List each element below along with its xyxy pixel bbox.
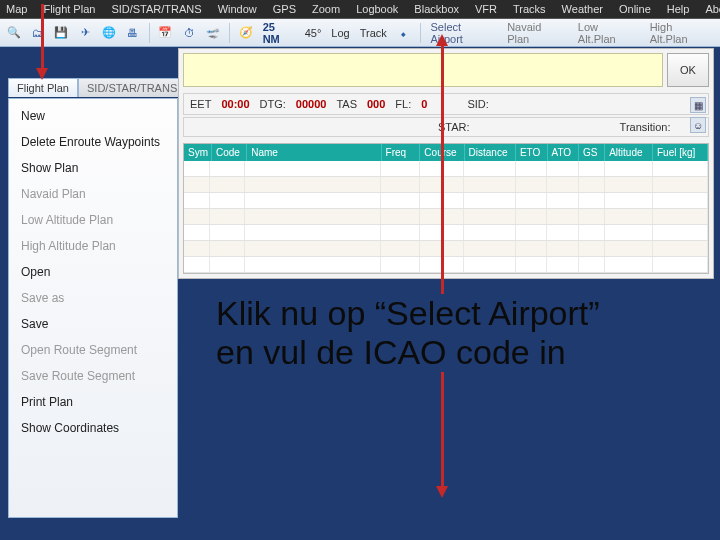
menu-blackbox[interactable]: Blackbox (410, 2, 463, 16)
airport-search-input[interactable] (183, 53, 663, 87)
work-pane: OK EET 00:00 DTG: 00000 TAS 000 FL: 0 SI… (178, 48, 714, 279)
tabs: Flight Plan SID/STAR/TRANS (8, 78, 186, 97)
eet-label: EET (190, 98, 211, 110)
sidebar-item-high-alt[interactable]: High Altitude Plan (9, 233, 177, 259)
menu-logbook[interactable]: Logbook (352, 2, 402, 16)
sidebar-item-open[interactable]: Open (9, 259, 177, 285)
person-icon[interactable]: ☺ (690, 117, 706, 133)
separator-icon (420, 23, 421, 43)
col-sym[interactable]: Sym (184, 144, 212, 161)
eet-value: 00:00 (221, 98, 249, 110)
calendar-icon[interactable]: 📅 (156, 23, 176, 43)
menu-tracks[interactable]: Tracks (509, 2, 550, 16)
waypoint-grid: Sym Code Name Freq Course Distance ETO A… (183, 143, 709, 274)
map-icon[interactable]: ▦ (690, 97, 706, 113)
sidebar-item-open-route[interactable]: Open Route Segment (9, 337, 177, 363)
tab-flight-plan[interactable]: Flight Plan (8, 78, 78, 97)
side-tools: ▦ ☺ (690, 94, 708, 136)
search-icon[interactable]: 🔍 (4, 23, 24, 43)
scale-label: 25 NM (260, 21, 298, 45)
high-alt-plan-link[interactable]: High Alt.Plan (646, 21, 716, 45)
table-row[interactable] (184, 177, 708, 193)
transition-label: Transition: (620, 121, 671, 133)
menu-map[interactable]: Map (2, 2, 31, 16)
table-row[interactable] (184, 209, 708, 225)
annotation-arrow-icon (441, 372, 444, 488)
sidebar-item-low-alt[interactable]: Low Altitude Plan (9, 207, 177, 233)
separator-icon (149, 23, 150, 43)
fl-value: 0 (421, 98, 427, 110)
menu-zoom[interactable]: Zoom (308, 2, 344, 16)
grid-header: Sym Code Name Freq Course Distance ETO A… (184, 144, 708, 161)
log-label[interactable]: Log (328, 27, 352, 39)
col-fuel[interactable]: Fuel [kg] (653, 144, 708, 161)
callout-line1: Klik nu op “Select Airport” (216, 294, 716, 333)
time-icon[interactable]: ⏱ (179, 23, 199, 43)
track-label[interactable]: Track (357, 27, 390, 39)
fl-label: FL: (395, 98, 411, 110)
dtg-value: 00000 (296, 98, 327, 110)
table-row[interactable] (184, 257, 708, 273)
table-row[interactable] (184, 161, 708, 177)
separator-icon (229, 23, 230, 43)
sidebar-item-coordinates[interactable]: Show Coordinates (9, 415, 177, 441)
layers-icon[interactable]: 🗂 (28, 23, 48, 43)
sidebar-item-save-as[interactable]: Save as (9, 285, 177, 311)
col-gs[interactable]: GS (579, 144, 605, 161)
table-row[interactable] (184, 193, 708, 209)
sidebar-item-navaid-plan[interactable]: Navaid Plan (9, 181, 177, 207)
sidebar: New Delete Enroute Waypoints Show Plan N… (8, 98, 178, 518)
navaid-plan-link[interactable]: Navaid Plan (503, 21, 570, 45)
print-icon[interactable]: 🖶 (123, 23, 143, 43)
flight-info-row: EET 00:00 DTG: 00000 TAS 000 FL: 0 SID: … (183, 93, 709, 115)
dtg-label: DTG: (260, 98, 286, 110)
table-row[interactable] (184, 225, 708, 241)
annotation-arrow-icon (441, 44, 444, 294)
menu-flightplan[interactable]: Flight Plan (39, 2, 99, 16)
waypoint-icon[interactable]: ⬥ (394, 23, 414, 43)
col-ato[interactable]: ATO (548, 144, 580, 161)
airport-icon[interactable]: 🛫 (203, 23, 223, 43)
ok-button[interactable]: OK (667, 53, 709, 87)
rotation-label: 45° (302, 27, 325, 39)
low-alt-plan-link[interactable]: Low Alt.Plan (574, 21, 642, 45)
sidebar-item-show-plan[interactable]: Show Plan (9, 155, 177, 181)
menu-weather[interactable]: Weather (558, 2, 607, 16)
tas-value: 000 (367, 98, 385, 110)
sidebar-item-new[interactable]: New (9, 103, 177, 129)
sidebar-item-print[interactable]: Print Plan (9, 389, 177, 415)
sid-label: SID: (467, 98, 488, 110)
menu-about[interactable]: About (701, 2, 720, 16)
globe-icon[interactable]: 🌐 (99, 23, 119, 43)
menu-online[interactable]: Online (615, 2, 655, 16)
save-icon[interactable]: 💾 (52, 23, 72, 43)
menu-gps[interactable]: GPS (269, 2, 300, 16)
toolbar: 🔍 🗂 💾 ✈ 🌐 🖶 📅 ⏱ 🛫 🧭 25 NM 45° Log Track … (0, 19, 720, 47)
col-altitude[interactable]: Altitude (605, 144, 653, 161)
menubar: Map Flight Plan SID/STAR/TRANS Window GP… (0, 0, 720, 19)
sidebar-item-delete-waypoints[interactable]: Delete Enroute Waypoints (9, 129, 177, 155)
table-row[interactable] (184, 241, 708, 257)
menu-window[interactable]: Window (214, 2, 261, 16)
col-name[interactable]: Name (247, 144, 381, 161)
annotation-callout: Klik nu op “Select Airport” en vul de IC… (216, 294, 716, 372)
flight-info-row2: STAR: Transition: (183, 117, 709, 137)
menu-vfr[interactable]: VFR (471, 2, 501, 16)
col-eto[interactable]: ETO (516, 144, 548, 161)
sidebar-item-save-route[interactable]: Save Route Segment (9, 363, 177, 389)
col-freq[interactable]: Freq (382, 144, 421, 161)
sidebar-item-save[interactable]: Save (9, 311, 177, 337)
tab-sid-star[interactable]: SID/STAR/TRANS (78, 78, 186, 97)
col-distance[interactable]: Distance (465, 144, 516, 161)
tas-label: TAS (336, 98, 357, 110)
annotation-arrow-icon (41, 4, 44, 70)
callout-line2: en vul de ICAO code in (216, 333, 716, 372)
menu-help[interactable]: Help (663, 2, 694, 16)
menu-sidstar[interactable]: SID/STAR/TRANS (107, 2, 205, 16)
aircraft-icon[interactable]: ✈ (75, 23, 95, 43)
compass-icon[interactable]: 🧭 (236, 23, 256, 43)
col-code[interactable]: Code (212, 144, 247, 161)
